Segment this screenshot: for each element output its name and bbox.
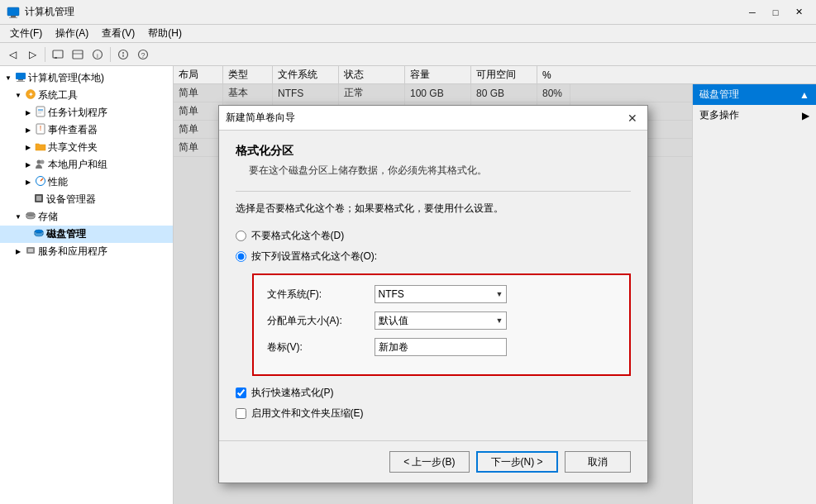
expand-arrow-event: ▶ (23, 126, 33, 136)
sidebar-item-system-tools[interactable]: ▼ ✦ 系统工具 (0, 87, 173, 104)
radio-group: 不要格式化这个卷(D) 按下列设置格式化这个卷(O): (236, 229, 631, 264)
toolbar-sep-2 (110, 47, 111, 62)
toolbar-forward[interactable]: ▷ (23, 45, 41, 64)
sidebar-item-performance[interactable]: ▶ 性能 (0, 174, 173, 191)
sidebar-label-event: 事件查看器 (48, 123, 98, 137)
sidebar-label-shared: 共享文件夹 (48, 140, 98, 155)
toolbar-properties[interactable] (114, 45, 132, 64)
checkbox-quick-format[interactable]: 执行快速格式化(P) (236, 386, 631, 400)
system-tools-icon: ✦ (25, 88, 36, 102)
window-title: 计算机管理 (25, 5, 74, 19)
svg-text:i: i (97, 51, 98, 59)
th-fs: 文件系统 (273, 66, 339, 83)
minimize-button[interactable]: ─ (742, 4, 763, 21)
dialog-section-desc: 要在这个磁盘分区上储存数据，你必须先将其格式化。 (236, 164, 631, 178)
svg-point-34 (35, 233, 43, 236)
radio-do-format-input[interactable] (236, 251, 246, 262)
next-button[interactable]: 下一步(N) > (476, 451, 558, 473)
compression-checkbox[interactable] (236, 408, 246, 419)
radio-no-format-label: 不要格式化这个卷(D) (251, 229, 345, 243)
th-type: 类型 (223, 66, 273, 83)
compression-label: 启用文件和文件夹压缩(E) (251, 407, 364, 421)
expand-arrow-users: ▶ (23, 160, 33, 170)
dialog-title-bar: 新建简单卷向导 ✕ (219, 106, 647, 131)
quick-format-checkbox[interactable] (236, 388, 246, 398)
dialog-divider (236, 191, 631, 192)
sidebar-item-local-users[interactable]: ▶ 本地用户和组 (0, 156, 173, 174)
dialog-close-button[interactable]: ✕ (624, 110, 641, 126)
toolbar-back[interactable]: ◁ (3, 45, 21, 64)
radio-no-format[interactable]: 不要格式化这个卷(D) (236, 229, 631, 243)
sidebar-item-storage[interactable]: ▼ 存储 (0, 208, 173, 226)
sidebar-label-perf: 性能 (48, 175, 68, 189)
toolbar-up[interactable] (49, 45, 67, 64)
sidebar-item-device-manager[interactable]: 设备管理器 (0, 191, 173, 208)
svg-rect-14 (16, 73, 26, 79)
maximize-button[interactable]: □ (765, 4, 786, 21)
svg-point-26 (41, 160, 45, 164)
sidebar-item-services[interactable]: ▶ 服务和应用程序 (0, 243, 173, 260)
svg-point-33 (35, 230, 43, 233)
table-header: 布局 类型 文件系统 状态 容量 可用空间 % (174, 66, 816, 84)
sidebar-item-computer[interactable]: ▼ 计算机管理(本地) (0, 69, 173, 87)
radio-do-format[interactable]: 按下列设置格式化这个卷(O): (236, 250, 631, 264)
dialog-question: 选择是否要格式化这个卷；如果要格式化，要使用什么设置。 (236, 202, 631, 216)
sidebar-item-shared-folders[interactable]: ▶ 共享文件夹 (0, 139, 173, 156)
th-capacity: 容量 (405, 66, 471, 83)
svg-rect-15 (18, 79, 23, 81)
toolbar: ◁ ▷ i ? (0, 43, 816, 66)
form-control-alloc: 默认值 512 1024 2048 4096 ▼ (375, 311, 616, 330)
sidebar-item-event-viewer[interactable]: ▶ ! 事件查看器 (0, 121, 173, 139)
svg-rect-16 (17, 81, 25, 82)
sidebar-label-task: 任务计划程序 (48, 106, 107, 120)
svg-point-10 (122, 52, 124, 54)
menu-action[interactable]: 操作(A) (49, 25, 95, 42)
svg-text:?: ? (141, 50, 145, 59)
radio-no-format-input[interactable] (236, 231, 246, 241)
sidebar-item-disk-management[interactable]: 磁盘管理 (0, 226, 173, 243)
svg-rect-2 (9, 17, 17, 18)
svg-line-28 (41, 178, 43, 181)
form-row-alloc: 分配单元大小(A): 默认值 512 1024 2048 (267, 311, 616, 330)
tree-root: ▼ 计算机管理(本地) ▼ ✦ 系统工具 (0, 66, 173, 264)
sidebar-label-storage: 存储 (38, 210, 58, 224)
menu-help[interactable]: 帮助(H) (141, 25, 188, 42)
alloc-select[interactable]: 默认值 512 1024 2048 4096 (375, 311, 507, 330)
toolbar-list[interactable] (69, 45, 87, 64)
th-layout: 布局 (174, 66, 223, 83)
fs-select-wrapper: NTFS FAT32 exFAT ▼ (375, 285, 507, 303)
sidebar: ▼ 计算机管理(本地) ▼ ✦ 系统工具 (0, 66, 174, 504)
sidebar-label-users: 本地用户和组 (48, 158, 107, 172)
right-panel-header: 磁盘管理 ▲ (693, 84, 816, 105)
checkbox-compression[interactable]: 启用文件和文件夹压缩(E) (236, 407, 631, 421)
format-options-box: 文件系统(F): NTFS FAT32 exFAT (252, 273, 631, 376)
menu-view[interactable]: 查看(V) (95, 25, 141, 42)
content-area: 简单 基本 NTFS 正常 100 GB 80 GB 80% 简单 基本 NTF… (174, 84, 692, 504)
sidebar-label-services: 服务和应用程序 (38, 245, 107, 259)
toolbar-help[interactable]: ? (134, 45, 152, 64)
svg-rect-4 (55, 57, 57, 59)
menu-bar: 文件(F) 操作(A) 查看(V) 帮助(H) (0, 25, 816, 43)
right-panel-more-actions[interactable]: 更多操作 ▶ (693, 105, 816, 126)
more-actions-arrow: ▶ (802, 110, 809, 121)
menu-file[interactable]: 文件(F) (3, 25, 49, 42)
quick-format-label: 执行快速格式化(P) (251, 386, 334, 400)
fs-select[interactable]: NTFS FAT32 exFAT (375, 285, 507, 303)
toolbar-info[interactable]: i (88, 45, 107, 64)
dialog-section-title: 格式化分区 (236, 144, 631, 159)
back-button[interactable]: < 上一步(B) (389, 451, 469, 473)
svg-point-31 (26, 212, 35, 216)
sidebar-item-task-scheduler[interactable]: ▶ 任务计划程序 (0, 104, 173, 121)
title-bar: 计算机管理 ─ □ ✕ (0, 0, 816, 25)
expand-arrow-storage: ▼ (13, 212, 23, 222)
cancel-button[interactable]: 取消 (565, 451, 631, 473)
storage-icon (25, 210, 36, 224)
svg-rect-3 (53, 50, 63, 58)
vol-label-input[interactable] (375, 338, 507, 356)
close-button[interactable]: ✕ (788, 4, 809, 21)
svg-rect-30 (36, 196, 41, 201)
sidebar-label-system-tools: 系统工具 (38, 88, 78, 102)
expand-arrow-services: ▶ (13, 247, 23, 257)
svg-text:!: ! (40, 124, 42, 132)
content-and-right: 简单 基本 NTFS 正常 100 GB 80 GB 80% 简单 基本 NTF… (174, 84, 816, 504)
